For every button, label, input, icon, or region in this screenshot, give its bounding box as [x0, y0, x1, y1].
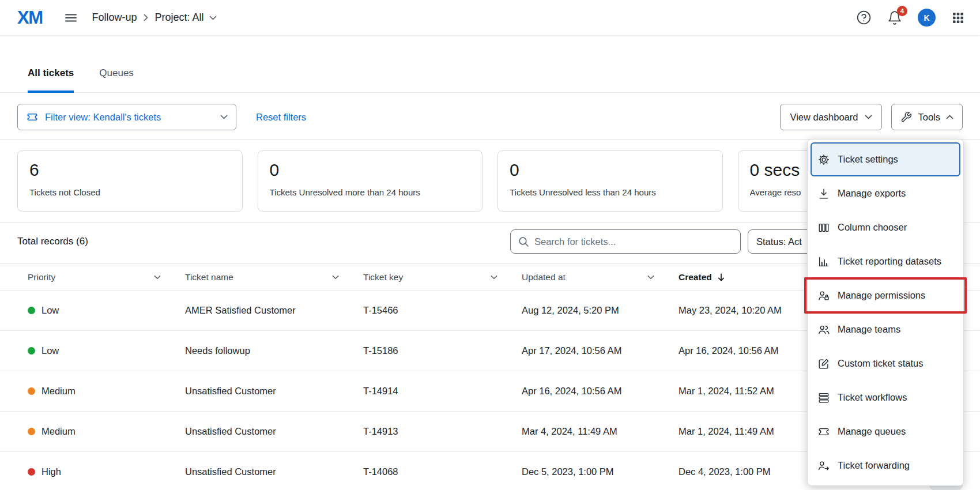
column-label: Created [679, 272, 712, 282]
priority-cell: Medium [28, 386, 185, 397]
notification-badge: 4 [897, 6, 907, 16]
download-icon [817, 187, 830, 200]
stat-label: Tickets not Closed [29, 187, 231, 197]
column-header-updated-at[interactable]: Updated at [522, 272, 679, 282]
view-dashboard-label: View dashboard [790, 112, 858, 123]
priority-label: Low [42, 305, 59, 316]
menu-item-label: Manage teams [838, 324, 900, 335]
ticket-key-cell: T-15466 [363, 305, 522, 316]
ticket-key-cell: T-14914 [363, 386, 522, 397]
search-input[interactable] [534, 236, 733, 247]
project-selector-label: Project: All [155, 12, 204, 24]
stat-card-not-closed: 6 Tickets not Closed [17, 150, 243, 212]
ticket-icon [817, 425, 830, 438]
people-icon [817, 323, 830, 336]
columns-icon [817, 221, 830, 234]
column-header-ticket-key[interactable]: Ticket key [363, 272, 522, 282]
apps-grid-button[interactable] [951, 11, 965, 25]
ticket-key-cell: T-14913 [363, 426, 522, 437]
xm-logo[interactable]: XM [17, 7, 43, 28]
stat-value: 0 [510, 160, 711, 180]
chevron-up-icon [946, 115, 953, 119]
column-label: Ticket name [185, 272, 233, 282]
menu-item-label: Manage exports [838, 188, 906, 199]
menu-item-label: Ticket workflows [838, 392, 907, 403]
stat-card-unresolved-more-24h: 0 Tickets Unresolved more than 24 hours [258, 150, 483, 212]
tools-button[interactable]: Tools [891, 104, 963, 130]
column-label: Updated at [522, 272, 566, 282]
search-icon [518, 236, 529, 247]
menu-item-ticket-workflows[interactable]: Ticket workflows [811, 380, 960, 414]
priority-dot [28, 428, 35, 435]
ticket-icon [26, 111, 39, 123]
topbar-actions: 4 K [856, 9, 965, 27]
tab-all-tickets[interactable]: All tickets [28, 67, 74, 92]
top-bar: XM Follow-up Project: All 4 K [0, 0, 980, 36]
question-circle-icon [856, 10, 872, 25]
edit-icon [817, 357, 830, 370]
search-box[interactable] [510, 229, 741, 254]
avatar[interactable]: K [918, 9, 936, 27]
priority-cell: Medium [28, 426, 185, 437]
reset-filters-link[interactable]: Reset filters [256, 112, 306, 123]
stat-label: Tickets Unresolved more than 24 hours [270, 187, 471, 197]
ticket-key-cell: T-15186 [363, 345, 522, 356]
filter-toolbar: Filter view: Kendall's tickets Reset fil… [0, 93, 980, 140]
view-dashboard-button[interactable]: View dashboard [780, 104, 882, 130]
stat-value: 6 [29, 160, 231, 180]
hamburger-menu-button[interactable] [61, 9, 81, 27]
menu-item-label: Column chooser [838, 222, 907, 233]
layers-icon [817, 391, 830, 404]
chevron-down-icon [154, 275, 161, 280]
priority-cell: Low [28, 345, 185, 356]
ticket-key-cell: T-14068 [363, 466, 522, 477]
filter-view-label: Filter view: Kendall's tickets [45, 112, 161, 123]
menu-item-custom-ticket-status[interactable]: Custom ticket status [811, 346, 960, 380]
menu-item-ticket-forwarding[interactable]: Ticket forwarding [811, 448, 960, 483]
priority-label: Low [42, 345, 59, 356]
priority-label: High [42, 466, 61, 477]
menu-item-label: Custom ticket status [838, 358, 924, 369]
column-header-ticket-name[interactable]: Ticket name [185, 272, 363, 282]
stat-card-unresolved-less-24h: 0 Tickets Unresolved less than 24 hours [497, 150, 723, 212]
menu-item-ticket-settings[interactable]: Ticket settings [811, 142, 960, 176]
chevron-down-icon [865, 115, 872, 119]
stat-value: 0 [270, 160, 471, 180]
menu-item-manage-queues[interactable]: Manage queues [811, 414, 960, 448]
gear-icon [817, 153, 830, 166]
menu-item-column-chooser[interactable]: Column chooser [811, 210, 960, 244]
ticket-name-cell: Needs followup [185, 345, 363, 356]
project-selector[interactable]: Project: All [155, 12, 217, 24]
person-lock-icon [817, 289, 830, 302]
ticket-name-cell: Unsatisfied Customer [185, 426, 363, 437]
tools-menu: Ticket settings Manage exports Column ch… [807, 139, 964, 486]
priority-dot [28, 387, 35, 395]
ticket-name-cell: Unsatisfied Customer [185, 386, 363, 397]
help-button[interactable] [856, 10, 872, 25]
column-header-priority[interactable]: Priority [28, 272, 185, 282]
ticket-name-cell: AMER Satisfied Customer [185, 305, 363, 316]
tab-queues[interactable]: Queues [99, 67, 134, 92]
breadcrumb-section[interactable]: Follow-up [92, 12, 137, 24]
column-label: Ticket key [363, 272, 403, 282]
sort-descending-icon [717, 273, 725, 282]
priority-cell: Low [28, 305, 185, 316]
column-label: Priority [28, 272, 55, 282]
menu-item-ticket-reporting-datasets[interactable]: Ticket reporting datasets [811, 244, 960, 278]
bar-chart-icon [817, 255, 830, 268]
menu-item-label: Ticket settings [838, 154, 898, 165]
updated-at-cell: Mar 4, 2024, 11:49 AM [522, 426, 679, 437]
breadcrumb: Follow-up Project: All [92, 12, 217, 24]
updated-at-cell: Apr 17, 2024, 10:56 AM [522, 345, 679, 356]
chevron-down-icon [209, 16, 217, 20]
menu-item-manage-teams[interactable]: Manage teams [811, 312, 960, 346]
updated-at-cell: Aug 12, 2024, 5:20 PM [522, 305, 679, 316]
updated-at-cell: Dec 5, 2023, 1:00 PM [522, 466, 679, 477]
menu-item-manage-exports[interactable]: Manage exports [811, 176, 960, 210]
notifications-button[interactable]: 4 [887, 10, 902, 25]
filter-view-dropdown[interactable]: Filter view: Kendall's tickets [17, 104, 236, 130]
ticket-name-cell: Unsatisfied Customer [185, 466, 363, 477]
menu-item-manage-permissions[interactable]: Manage permissions [811, 278, 960, 312]
stat-label: Tickets Unresolved less than 24 hours [510, 187, 711, 197]
chevron-down-icon [491, 275, 497, 280]
